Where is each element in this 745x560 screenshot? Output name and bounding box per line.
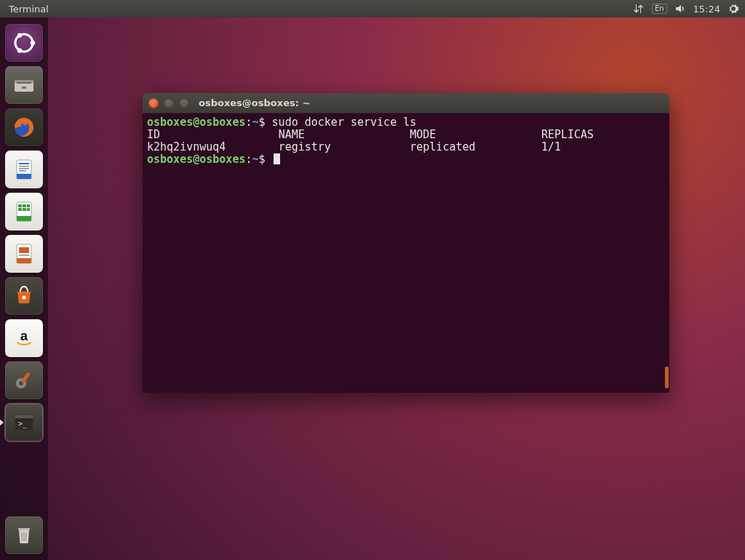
keyboard-layout-indicator[interactable]: En xyxy=(652,4,667,14)
launcher-firefox[interactable] xyxy=(5,108,43,146)
impress-icon xyxy=(11,241,37,267)
command-text: sudo docker service ls xyxy=(272,116,417,129)
window-title: osboxes@osboxes: ~ xyxy=(199,97,310,108)
svg-point-27 xyxy=(23,296,26,300)
svg-rect-25 xyxy=(19,255,29,256)
svg-rect-7 xyxy=(22,87,26,89)
launcher-settings[interactable] xyxy=(5,361,43,399)
launcher-calc[interactable] xyxy=(5,193,43,231)
svg-line-38 xyxy=(26,532,27,541)
window-titlebar[interactable]: osboxes@osboxes: ~ xyxy=(143,93,669,113)
active-app-title: Terminal xyxy=(9,4,49,15)
sound-icon[interactable] xyxy=(674,3,686,15)
firefox-icon xyxy=(11,114,37,140)
trash-icon xyxy=(11,522,37,548)
svg-point-3 xyxy=(17,48,22,52)
amazon-icon: a xyxy=(11,325,37,351)
clock[interactable]: 15:24 xyxy=(693,4,720,15)
launcher-impress[interactable] xyxy=(5,235,43,273)
svg-rect-16 xyxy=(18,204,22,207)
svg-rect-20 xyxy=(23,208,26,211)
writer-icon xyxy=(11,156,37,183)
prompt-path: ~ xyxy=(252,153,259,166)
window-maximize-button[interactable] xyxy=(179,98,189,108)
launcher-software[interactable] xyxy=(5,277,43,315)
col-id: ID xyxy=(147,128,160,141)
svg-rect-33 xyxy=(15,415,33,418)
svg-rect-26 xyxy=(17,258,31,263)
svg-rect-6 xyxy=(17,82,31,84)
svg-rect-13 xyxy=(19,170,26,172)
calc-icon xyxy=(11,199,37,225)
svg-line-36 xyxy=(22,532,23,541)
svg-point-1 xyxy=(31,41,35,45)
col-mode: MODE xyxy=(410,128,436,141)
window-minimize-button[interactable] xyxy=(164,98,174,108)
svg-rect-17 xyxy=(23,204,26,207)
svg-rect-11 xyxy=(19,166,29,167)
prompt-userhost: osboxes@osboxes xyxy=(147,116,245,129)
svg-rect-22 xyxy=(17,216,31,221)
svg-rect-19 xyxy=(18,208,22,211)
svg-text:a: a xyxy=(20,329,28,343)
svg-rect-24 xyxy=(19,247,29,253)
svg-rect-35 xyxy=(18,528,30,530)
svg-rect-12 xyxy=(19,168,29,169)
top-menubar: Terminal En 15:24 xyxy=(0,0,745,17)
ubuntu-logo-icon xyxy=(11,30,37,56)
terminal-scrollbar[interactable] xyxy=(665,367,669,388)
network-icon[interactable] xyxy=(633,3,645,15)
col-name: NAME xyxy=(279,128,305,141)
svg-rect-10 xyxy=(19,163,29,164)
prompt-path: ~ xyxy=(252,116,259,129)
launcher-dash[interactable] xyxy=(5,24,43,62)
svg-point-2 xyxy=(17,33,22,37)
svg-text:>_: >_ xyxy=(18,420,28,428)
launcher-writer[interactable] xyxy=(5,151,43,188)
unity-launcher: a >_ xyxy=(0,17,48,560)
svg-rect-21 xyxy=(27,208,30,211)
terminal-icon: >_ xyxy=(11,409,37,436)
window-close-button[interactable] xyxy=(148,98,159,108)
terminal-window[interactable]: osboxes@osboxes: ~ osboxes@osboxes:~$ su… xyxy=(143,93,669,393)
prompt-userhost: osboxes@osboxes xyxy=(147,153,245,166)
launcher-amazon[interactable]: a xyxy=(5,319,43,357)
gear-wrench-icon xyxy=(11,367,37,393)
row-replicas: 1/1 xyxy=(541,140,561,153)
terminal-body[interactable]: osboxes@osboxes:~$ sudo docker service l… xyxy=(143,113,669,393)
launcher-files[interactable] xyxy=(5,66,43,104)
file-manager-icon xyxy=(11,72,37,98)
session-gear-icon[interactable] xyxy=(728,3,739,15)
row-id: k2hq2ivnwuq4 xyxy=(147,140,226,153)
svg-rect-18 xyxy=(27,204,30,207)
launcher-terminal[interactable]: >_ xyxy=(5,404,43,441)
svg-rect-14 xyxy=(17,174,31,179)
row-mode: replicated xyxy=(410,140,475,153)
col-replicas: REPLICAS xyxy=(541,128,594,141)
row-name: registry xyxy=(279,140,331,153)
terminal-cursor xyxy=(274,153,280,164)
launcher-trash[interactable] xyxy=(5,516,43,554)
shopping-bag-icon xyxy=(11,283,37,309)
